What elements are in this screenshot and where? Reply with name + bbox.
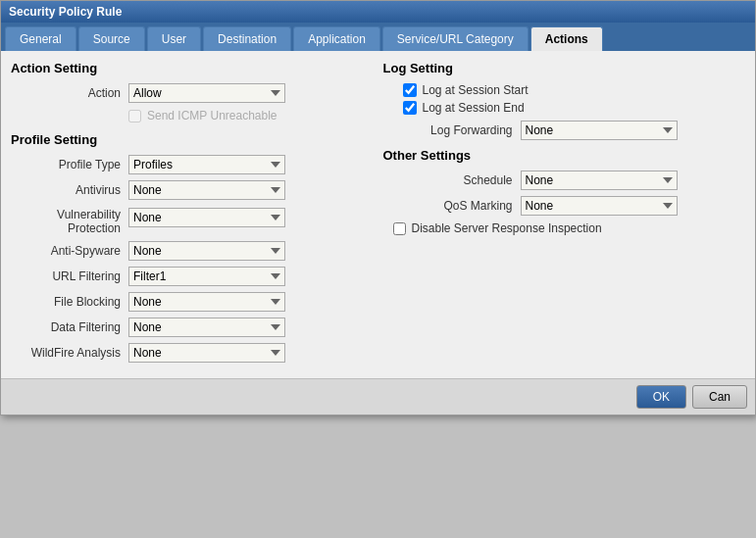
qos-label: QoS Marking bbox=[383, 199, 521, 213]
wildfire-row: WildFire Analysis None bbox=[11, 343, 374, 363]
log-session-start-checkbox[interactable] bbox=[403, 83, 417, 97]
qos-select[interactable]: None bbox=[521, 196, 678, 216]
log-session-start-label: Log at Session Start bbox=[423, 83, 529, 97]
content-area: Action Setting Action Allow Deny Drop Se… bbox=[1, 51, 755, 378]
anti-spyware-row: Anti-Spyware None bbox=[11, 241, 374, 261]
other-settings-title: Other Settings bbox=[383, 148, 746, 163]
log-forwarding-select[interactable]: None bbox=[521, 121, 678, 140]
cancel-button[interactable]: Can bbox=[692, 385, 747, 409]
tab-source[interactable]: Source bbox=[78, 26, 145, 51]
action-select[interactable]: Allow Deny Drop bbox=[128, 83, 285, 103]
wildfire-label: WildFire Analysis bbox=[11, 346, 128, 360]
antivirus-select[interactable]: None bbox=[128, 180, 285, 200]
wildfire-select[interactable]: None bbox=[128, 343, 285, 363]
tab-service-url[interactable]: Service/URL Category bbox=[382, 26, 529, 51]
url-filtering-label: URL Filtering bbox=[11, 269, 128, 283]
left-panel: Action Setting Action Allow Deny Drop Se… bbox=[11, 61, 374, 368]
action-label: Action bbox=[11, 86, 128, 100]
vuln-label: VulnerabilityProtection bbox=[11, 206, 128, 235]
profile-type-select[interactable]: Profiles Group bbox=[128, 155, 285, 174]
antivirus-label: Antivirus bbox=[11, 183, 128, 197]
schedule-label: Schedule bbox=[383, 173, 521, 187]
action-setting-title: Action Setting bbox=[11, 61, 374, 75]
disable-server-label: Disable Server Response Inspection bbox=[412, 221, 602, 235]
tab-destination[interactable]: Destination bbox=[203, 26, 291, 51]
ok-button[interactable]: OK bbox=[636, 385, 686, 409]
log-session-end-label: Log at Session End bbox=[423, 101, 525, 115]
url-filtering-select[interactable]: Filter1 None bbox=[128, 267, 285, 286]
log-checkboxes: Log at Session Start Log at Session End bbox=[393, 83, 746, 115]
data-filtering-row: Data Filtering None bbox=[11, 318, 374, 337]
file-blocking-select[interactable]: None bbox=[128, 292, 285, 312]
right-panel: Log Setting Log at Session Start Log at … bbox=[383, 61, 746, 368]
log-forwarding-row: Log Forwarding None bbox=[383, 121, 746, 140]
data-filtering-select[interactable]: None bbox=[128, 318, 285, 337]
log-setting-title: Log Setting bbox=[383, 61, 746, 75]
anti-spyware-label: Anti-Spyware bbox=[11, 244, 128, 258]
schedule-select[interactable]: None bbox=[521, 171, 678, 190]
log-forwarding-label: Log Forwarding bbox=[383, 123, 521, 137]
profile-setting-title: Profile Setting bbox=[11, 132, 374, 147]
tab-user[interactable]: User bbox=[147, 26, 201, 51]
title-bar: Security Policy Rule bbox=[1, 1, 755, 23]
disable-server-checkbox[interactable] bbox=[393, 222, 406, 235]
dialog: Security Policy Rule General Source User… bbox=[0, 0, 756, 416]
profile-type-row: Profile Type Profiles Group bbox=[11, 155, 374, 174]
vuln-row: VulnerabilityProtection None bbox=[11, 206, 374, 235]
log-session-end-row: Log at Session End bbox=[393, 101, 746, 115]
log-session-end-checkbox[interactable] bbox=[403, 101, 417, 115]
footer: OK Can bbox=[1, 378, 755, 415]
tab-application[interactable]: Application bbox=[293, 26, 380, 51]
vuln-select[interactable]: None bbox=[128, 208, 285, 227]
send-icmp-checkbox[interactable] bbox=[128, 110, 141, 122]
file-blocking-row: File Blocking None bbox=[11, 292, 374, 312]
qos-row: QoS Marking None bbox=[383, 196, 746, 216]
data-filtering-label: Data Filtering bbox=[11, 320, 128, 334]
disable-server-row: Disable Server Response Inspection bbox=[393, 221, 746, 235]
file-blocking-label: File Blocking bbox=[11, 295, 128, 309]
antivirus-row: Antivirus None bbox=[11, 180, 374, 200]
profile-type-label: Profile Type bbox=[11, 158, 128, 171]
send-icmp-row: Send ICMP Unreachable bbox=[128, 109, 374, 122]
url-filtering-row: URL Filtering Filter1 None bbox=[11, 267, 374, 286]
tab-actions[interactable]: Actions bbox=[530, 26, 603, 51]
anti-spyware-select[interactable]: None bbox=[128, 241, 285, 261]
schedule-row: Schedule None bbox=[383, 171, 746, 190]
log-session-start-row: Log at Session Start bbox=[393, 83, 746, 97]
dialog-title: Security Policy Rule bbox=[9, 5, 122, 19]
send-icmp-label: Send ICMP Unreachable bbox=[147, 109, 277, 122]
action-row: Action Allow Deny Drop bbox=[11, 83, 374, 103]
tab-bar: General Source User Destination Applicat… bbox=[1, 23, 755, 51]
tab-general[interactable]: General bbox=[5, 26, 76, 51]
